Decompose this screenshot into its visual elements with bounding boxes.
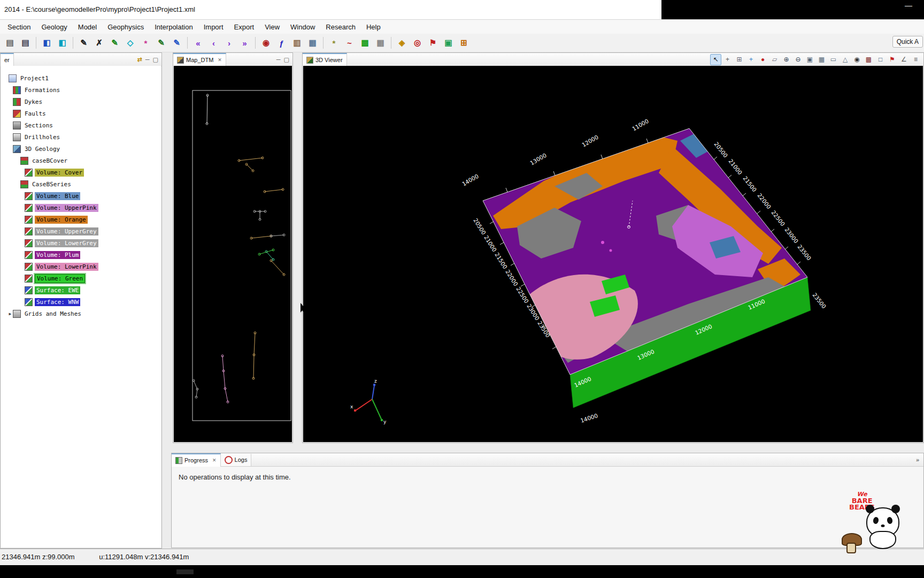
tree-item-volume-plum[interactable]: Volume: Plum (1, 249, 161, 261)
tree-item-surface-ewe[interactable]: Surface: EWE (1, 284, 161, 296)
last-section-icon[interactable]: » (237, 36, 252, 50)
slice-plane-icon[interactable]: ▱ (769, 54, 780, 65)
notebook-icon[interactable]: ▦ (305, 36, 320, 50)
mesh-icon[interactable]: ▦ (816, 54, 827, 65)
menu-item-section[interactable]: Section (2, 21, 36, 33)
tree-item-volume-lowerpink[interactable]: Volume: LowerPink (1, 261, 161, 272)
menu-item-export[interactable]: Export (229, 21, 260, 33)
tree-item-3d-geology[interactable]: 3D Geology (1, 143, 161, 155)
grids-icon (13, 310, 21, 318)
settings-gears-icon[interactable]: * (327, 36, 341, 50)
menu-item-geophysics[interactable]: Geophysics (102, 21, 149, 33)
minimize-panel-button[interactable]: ─ (276, 56, 281, 63)
menu-item-help[interactable]: Help (361, 21, 386, 33)
viewer-3d-viewport[interactable]: 1400013000120001100020500210002150022000… (303, 66, 923, 442)
angle-icon[interactable]: ∠ (898, 54, 910, 65)
map-dtm-canvas[interactable] (174, 66, 292, 443)
spray-tool-icon[interactable]: * (138, 36, 153, 50)
scene-3d[interactable]: 1400013000120001100020500210002150022000… (303, 66, 923, 443)
menu-lines-icon[interactable]: ≡ (910, 54, 921, 65)
bounds-icon[interactable]: □ (875, 54, 886, 65)
link-with-editor-icon[interactable]: ⇄ (137, 56, 142, 63)
annotate-pen-icon[interactable]: ✎ (170, 36, 184, 50)
tree-item-casebseries[interactable]: CaseBSeries (1, 178, 161, 190)
zoom-out-icon[interactable]: ⊖ (792, 54, 804, 65)
tree-item-faults[interactable]: Faults (1, 108, 161, 119)
menu-item-import[interactable]: Import (198, 21, 229, 33)
map-dtm-tab[interactable]: Map_DTM ✕ (173, 53, 226, 66)
image-grid-icon[interactable]: ▦ (373, 36, 388, 50)
tree-item-drillholes[interactable]: Drillholes (1, 131, 161, 143)
multi-digitize-icon[interactable]: ✎ (154, 36, 168, 50)
menu-item-interpolation[interactable]: Interpolation (149, 21, 198, 33)
first-section-icon[interactable]: « (191, 36, 205, 50)
tree-item-volume-green[interactable]: Volume: Green (1, 272, 161, 284)
tree-item-dykes[interactable]: Dykes (1, 96, 161, 108)
title-bar[interactable]: 2014 - E:\course\geomodellerPro\mypro\Pr… (0, 0, 924, 20)
previous-section-icon[interactable]: ‹ (206, 36, 221, 50)
tree-expander-icon[interactable]: ▶ (7, 311, 13, 316)
tree-item-volume-uppergrey[interactable]: Volume: UpperGrey (1, 225, 161, 237)
minimize-panel-button[interactable]: ─ (145, 56, 150, 63)
map-dtm-viewport[interactable] (174, 66, 292, 442)
copy-view-icon[interactable]: ▣ (804, 54, 815, 65)
record-dot-icon[interactable]: ● (757, 54, 768, 65)
view-menu-chevron-icon[interactable]: » (916, 457, 923, 463)
menu-item-window[interactable]: Window (285, 21, 320, 33)
tree-item-volume-lowergrey[interactable]: Volume: LowerGrey (1, 237, 161, 249)
pan-hand-icon[interactable]: + (722, 54, 733, 65)
crosshair-icon[interactable]: + (745, 54, 757, 65)
screen-capture-icon[interactable]: ▣ (441, 36, 456, 50)
section-view-alt-icon[interactable]: ◧ (55, 36, 70, 50)
print-preview-icon[interactable]: ▤ (18, 36, 33, 50)
viewer-3d-tab[interactable]: 3D Viewer (303, 53, 347, 66)
flag-icon[interactable]: ⚑ (426, 36, 440, 50)
menu-item-research[interactable]: Research (320, 21, 361, 33)
target-icon[interactable]: ◎ (410, 36, 425, 50)
delete-pen-icon[interactable]: ✗ (92, 36, 106, 50)
tree-item-formations[interactable]: Formations (1, 84, 161, 96)
section-view-icon[interactable]: ◧ (40, 36, 54, 50)
grid-icon[interactable]: ⊞ (734, 54, 745, 65)
zoom-in-icon[interactable]: ⊕ (781, 54, 792, 65)
render-icon[interactable]: ▩ (863, 54, 874, 65)
select-arrow-icon[interactable]: ↖ (710, 54, 721, 65)
close-progress-tab-icon[interactable]: ✕ (212, 458, 217, 463)
polygon-tool-icon[interactable]: ◇ (123, 36, 137, 50)
tree-item-project1[interactable]: Project1 (1, 72, 161, 84)
close-map-tab-icon[interactable]: ✕ (218, 57, 222, 63)
menu-item-model[interactable]: Model (73, 21, 102, 33)
next-section-icon[interactable]: › (222, 36, 236, 50)
tab-logs[interactable]: Logs (221, 454, 252, 466)
digitize-pen-icon[interactable]: ✎ (76, 36, 91, 50)
minimize-window-button[interactable]: — (905, 1, 912, 10)
viewport-icon[interactable]: ▭ (828, 54, 839, 65)
maximize-panel-button[interactable]: ▢ (284, 56, 289, 63)
print-icon[interactable]: ▤ (3, 36, 17, 50)
orbit-icon[interactable]: ◉ (851, 54, 863, 65)
tree-item-volume-orange[interactable]: Volume: Orange (1, 214, 161, 225)
create-pen-icon[interactable]: ✎ (107, 36, 122, 50)
green-image-icon[interactable]: ▩ (358, 36, 372, 50)
tree-item-surface-wnw[interactable]: Surface: WNW (1, 296, 161, 308)
quick-access-button[interactable]: Quick A (892, 36, 923, 48)
explorer-tab[interactable]: er (1, 53, 14, 66)
menu-item-geology[interactable]: Geology (36, 21, 72, 33)
column-view-icon[interactable]: ▥ (290, 36, 304, 50)
maximize-panel-button[interactable]: ▢ (153, 56, 158, 63)
tree-item-volume-blue[interactable]: Volume: Blue (1, 190, 161, 202)
hash-grid-icon[interactable]: ⊞ (457, 36, 471, 50)
globe-icon[interactable]: ◉ (259, 36, 273, 50)
formula-icon[interactable]: ƒ (274, 36, 289, 50)
tree-item-volume-upperpink[interactable]: Volume: UpperPink (1, 202, 161, 214)
triangle-mesh-icon[interactable]: △ (840, 54, 851, 65)
tree-item-grids-and-meshes[interactable]: ▶Grids and Meshes (1, 308, 161, 320)
flag-marker-icon[interactable]: ⚑ (887, 54, 898, 65)
tree-item-volume-cover[interactable]: Volume: Cover (1, 166, 161, 178)
signal-wave-icon[interactable]: ~ (342, 36, 357, 50)
tab-progress[interactable]: Progress ✕ (172, 453, 221, 467)
tree-item-casebcover[interactable]: caseBCover (1, 155, 161, 166)
tree-item-sections[interactable]: Sections (1, 119, 161, 131)
menu-item-view[interactable]: View (259, 21, 285, 33)
diamond-view-icon[interactable]: ◈ (395, 36, 409, 50)
